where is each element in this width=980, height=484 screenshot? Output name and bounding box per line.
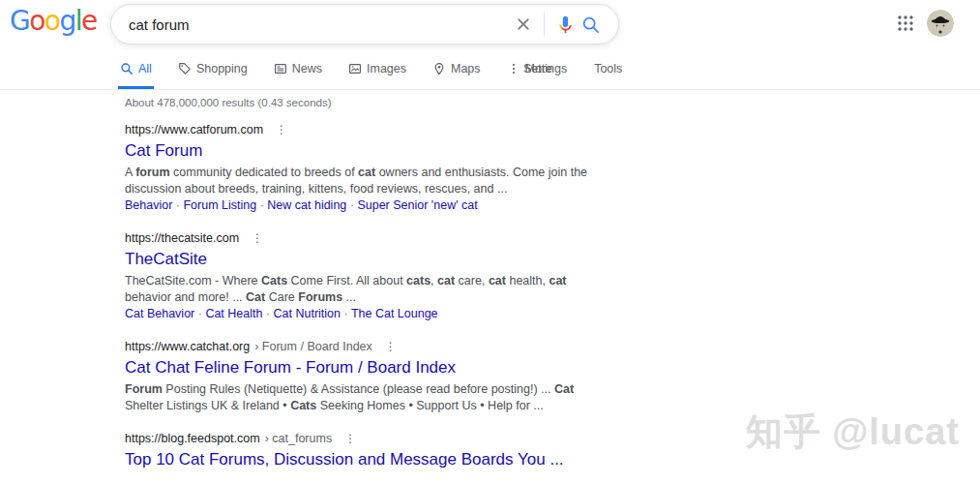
result-snippet: Forum Posting Rules (Netiquette) & Assis…	[125, 381, 601, 414]
logo-letter: g	[59, 5, 74, 37]
sitelink[interactable]: Super Senior 'new' cat	[357, 198, 477, 212]
result-title[interactable]: Top 10 Cat Forums, Discussion and Messag…	[125, 449, 601, 470]
tabs-right-menu: SettingsTools	[523, 48, 622, 89]
sitelink-separator: ·	[341, 307, 351, 320]
result-tabs: AllShoppingNewsImagesMapsMore	[120, 48, 579, 89]
logo-letter: G	[10, 5, 29, 37]
sitelink-separator: ·	[346, 198, 357, 212]
search-result: https://thecatsite.com⋮TheCatSiteTheCatS…	[125, 229, 601, 322]
search-result: https://www.catchat.org› Forum / Board I…	[125, 338, 601, 414]
result-snippet: TheCatSite.com - Where Cats Come First. …	[125, 273, 601, 306]
google-search-results-page: Google	[0, 0, 980, 484]
search-result: https://blog.feedspot.com› cat_forums⋮To…	[125, 430, 601, 470]
result-url[interactable]: https://www.catforum.com	[125, 121, 263, 138]
sitelink[interactable]: The Cat Lounge	[351, 307, 438, 320]
search-result: https://www.catforum.com⋮Cat ForumA foru…	[125, 121, 601, 214]
results-list: https://www.catforum.com⋮Cat ForumA foru…	[125, 121, 601, 470]
logo-letter: o	[29, 5, 45, 37]
sitelink[interactable]: Cat Health	[205, 307, 262, 320]
clear-icon[interactable]	[511, 12, 536, 37]
result-url-row: https://blog.feedspot.com› cat_forums⋮	[125, 430, 601, 447]
sitelink[interactable]: New cat hiding	[267, 198, 346, 212]
result-menu-icon[interactable]: ⋮	[276, 121, 287, 138]
tab-shopping[interactable]: Shopping	[178, 48, 248, 89]
tab-maps[interactable]: Maps	[432, 48, 481, 89]
result-title[interactable]: TheCatSite	[125, 249, 601, 270]
result-title[interactable]: Cat Chat Feline Forum - Forum / Board In…	[125, 357, 601, 378]
more-vert-icon	[507, 62, 520, 76]
google-logo[interactable]: Google	[10, 5, 97, 37]
tab-label: Images	[367, 62, 406, 76]
result-breadcrumb: › Forum / Board Index	[254, 338, 372, 355]
avatar[interactable]	[927, 10, 954, 37]
map-pin-icon	[432, 62, 446, 76]
search-header: Google	[0, 0, 980, 48]
mic-icon[interactable]	[552, 12, 578, 37]
image-icon	[348, 62, 362, 76]
search-icon	[120, 62, 134, 76]
results-stats: About 478,000,000 results (0.43 seconds)	[125, 97, 980, 108]
search-icon[interactable]	[578, 12, 603, 37]
apps-grid-icon[interactable]	[897, 15, 914, 32]
watermark: 知乎 @lucat	[746, 408, 960, 457]
tab-label: News	[292, 62, 322, 76]
result-url-row: https://www.catforum.com⋮	[125, 121, 601, 138]
result-tabs-bar: AllShoppingNewsImagesMapsMore SettingsTo…	[0, 48, 980, 90]
result-url-row: https://thecatsite.com⋮	[125, 229, 601, 247]
tab-label: Shopping	[196, 62, 248, 76]
news-icon	[274, 62, 287, 76]
result-url-row: https://www.catchat.org› Forum / Board I…	[125, 338, 601, 355]
result-url[interactable]: https://www.catchat.org	[125, 338, 250, 355]
result-menu-icon[interactable]: ⋮	[344, 430, 356, 447]
header-right-controls	[897, 10, 954, 37]
result-menu-icon[interactable]: ⋮	[252, 229, 263, 247]
logo-letter: e	[81, 5, 97, 37]
result-url[interactable]: https://blog.feedspot.com	[125, 430, 260, 447]
searchbox-divider	[544, 13, 545, 36]
search-box[interactable]	[110, 4, 619, 45]
logo-letter: o	[45, 5, 60, 37]
search-input[interactable]	[127, 15, 511, 34]
result-url[interactable]: https://thecatsite.com	[125, 229, 239, 247]
tab-label: Maps	[451, 62, 481, 76]
tab-label: All	[138, 62, 152, 76]
sitelink[interactable]: Cat Nutrition	[274, 307, 341, 320]
sitelink[interactable]: Cat Behavior	[125, 307, 194, 320]
result-snippet: A forum community dedicated to breeds of…	[125, 165, 601, 197]
sitelink-separator: ·	[194, 307, 205, 320]
sitelink-separator: ·	[262, 307, 273, 320]
tab-images[interactable]: Images	[348, 48, 406, 89]
result-title[interactable]: Cat Forum	[125, 140, 601, 162]
settings-link[interactable]: Settings	[523, 62, 567, 76]
tab-all[interactable]: All	[120, 48, 152, 89]
sitelink-separator: ·	[256, 198, 267, 212]
sitelink-separator: ·	[172, 198, 183, 212]
sitelink[interactable]: Behavior	[125, 198, 172, 212]
tab-news[interactable]: News	[274, 48, 322, 89]
result-menu-icon[interactable]: ⋮	[385, 338, 397, 355]
result-breadcrumb: › cat_forums	[265, 430, 332, 447]
result-sitelinks: Cat Behavior · Cat Health · Cat Nutritio…	[125, 306, 601, 322]
tools-link[interactable]: Tools	[594, 62, 622, 76]
sitelink[interactable]: Forum Listing	[183, 198, 256, 212]
tag-icon	[178, 62, 192, 76]
result-sitelinks: Behavior · Forum Listing · New cat hidin…	[125, 197, 601, 214]
